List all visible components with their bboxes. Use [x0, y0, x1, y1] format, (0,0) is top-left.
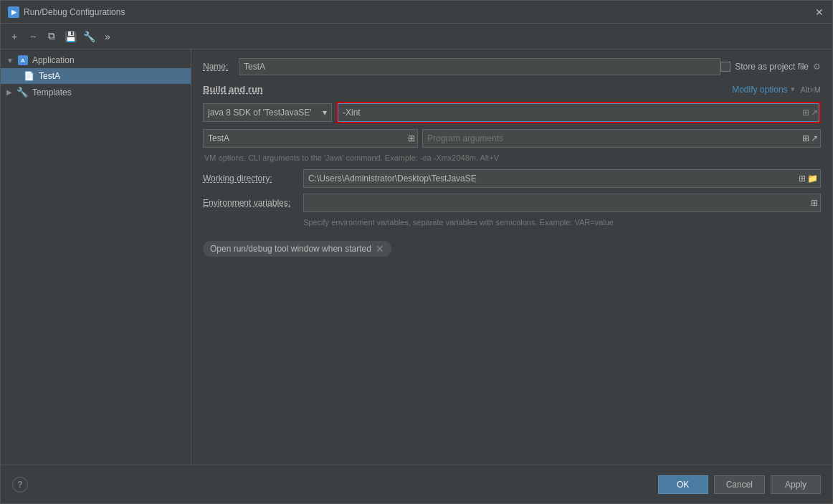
sidebar-application-label: Application [32, 55, 75, 65]
ok-button[interactable]: OK [658, 475, 708, 494]
tags-area: Open run/debug tool window when started … [203, 241, 821, 257]
settings-button[interactable]: 🔧 [81, 29, 97, 44]
env-vars-input[interactable] [303, 194, 821, 212]
env-vars-copy-icon[interactable]: ⊞ [811, 198, 818, 208]
sdk-vm-row: java 8 SDK of 'TestJavaSE' ▾ ⊞ ↗ [203, 102, 821, 123]
env-vars-wrapper: ⊞ [303, 194, 821, 212]
program-args-icons: ⊞ ↗ [802, 133, 818, 143]
working-directory-input[interactable] [303, 169, 821, 188]
name-row: Name: Store as project file ⚙ [203, 58, 821, 75]
tag-open-tool-window[interactable]: Open run/debug tool window when started … [203, 241, 391, 257]
apply-button[interactable]: Apply [771, 475, 821, 494]
name-label: Name: [203, 62, 239, 72]
modify-options-arrow: ▾ [791, 85, 795, 94]
sdk-select-label: java 8 SDK of 'TestJavaSE' [208, 108, 312, 118]
working-directory-row: Working directory: ⊞ 📁 [203, 169, 821, 188]
copy-config-button[interactable]: ⧉ [44, 29, 60, 44]
dialog-title: Run/Debug Configurations [24, 7, 125, 17]
sidebar-item-templates[interactable]: ▶ 🔧 Templates [1, 84, 191, 100]
working-dir-copy-icon[interactable]: ⊞ [799, 173, 806, 184]
sidebar-item-testa[interactable]: 📄 TestA [1, 68, 191, 84]
run-debug-dialog: ▶ Run/Debug Configurations ✕ + − ⧉ 💾 🔧 »… [0, 0, 833, 504]
main-class-icons: ⊞ [408, 133, 415, 143]
tag-close-icon[interactable]: ✕ [376, 244, 384, 254]
env-hint-text: Specify environment variables, separate … [203, 218, 821, 227]
working-directory-label: Working directory: [203, 173, 296, 184]
store-project-gear-icon[interactable]: ⚙ [813, 62, 821, 72]
build-run-title: Build and run [203, 84, 263, 95]
add-config-button[interactable]: + [6, 29, 22, 44]
templates-folder-icon: 🔧 [16, 87, 28, 98]
sidebar-testa-label: TestA [39, 71, 60, 81]
sidebar-item-application[interactable]: ▼ A Application [1, 52, 191, 68]
vm-options-icons: ⊞ ↗ [802, 108, 818, 118]
sdk-select[interactable]: java 8 SDK of 'TestJavaSE' ▾ [203, 103, 332, 122]
toolbar: + − ⧉ 💾 🔧 » [1, 24, 832, 49]
vm-options-expand-icon[interactable]: ⊞ [802, 108, 809, 118]
env-vars-label: Environment variables: [203, 198, 296, 208]
remove-config-button[interactable]: − [25, 29, 41, 44]
env-vars-icons: ⊞ [811, 198, 818, 208]
program-args-expand-icon[interactable]: ⊞ [802, 133, 809, 143]
program-args-wrapper: ⊞ ↗ [422, 129, 821, 148]
vm-hint-text: VM options. CLI arguments to the 'Java' … [203, 153, 821, 162]
program-args-input[interactable] [422, 129, 821, 148]
working-dir-icons: ⊞ 📁 [799, 173, 818, 184]
title-bar: ▶ Run/Debug Configurations ✕ [1, 1, 832, 24]
config-file-icon: 📄 [24, 71, 34, 81]
main-class-wrapper: ⊞ [203, 129, 418, 148]
close-button[interactable]: ✕ [814, 6, 825, 18]
store-project-checkbox[interactable] [720, 62, 730, 72]
bottom-left: ? [12, 477, 28, 493]
arrow-down-icon: ▼ [6, 57, 14, 65]
working-dir-folder-icon[interactable]: 📁 [807, 173, 818, 184]
build-run-header: Build and run Modify options ▾ Alt+M [203, 84, 821, 95]
modify-options-area: Modify options ▾ Alt+M [732, 85, 821, 95]
main-class-row: ⊞ ⊞ ↗ [203, 129, 821, 148]
bottom-right: OK Cancel Apply [658, 475, 821, 494]
tag-label: Open run/debug tool window when started [210, 244, 371, 254]
vm-options-resize-icon[interactable]: ↗ [811, 108, 818, 118]
arrow-right-icon: ▶ [6, 88, 12, 96]
help-button[interactable]: ? [12, 477, 28, 493]
env-vars-row: Environment variables: ⊞ [203, 194, 821, 212]
sdk-chevron-icon: ▾ [323, 108, 327, 118]
sidebar: ▼ A Application 📄 TestA ▶ 🔧 Templates [1, 49, 191, 465]
name-input[interactable] [239, 58, 720, 75]
modify-options-shortcut: Alt+M [801, 85, 821, 94]
vm-options-wrapper: ⊞ ↗ [336, 102, 821, 123]
more-button[interactable]: » [100, 29, 115, 44]
main-class-copy-icon[interactable]: ⊞ [408, 133, 415, 143]
working-directory-wrapper: ⊞ 📁 [303, 169, 821, 188]
store-project-label: Store as project file [735, 62, 809, 72]
save-config-button[interactable]: 💾 [62, 29, 78, 44]
program-args-resize-icon[interactable]: ↗ [811, 133, 818, 143]
application-icon: A [18, 55, 28, 65]
modify-options-link[interactable]: Modify options [732, 85, 787, 95]
dialog-icon: ▶ [8, 6, 19, 18]
store-project-area: Store as project file ⚙ [720, 62, 821, 72]
cancel-button[interactable]: Cancel [714, 475, 765, 494]
sidebar-templates-label: Templates [32, 87, 72, 98]
main-content: ▼ A Application 📄 TestA ▶ 🔧 Templates Na… [1, 49, 832, 465]
title-bar-left: ▶ Run/Debug Configurations [8, 6, 125, 18]
vm-options-input[interactable] [338, 103, 819, 122]
bottom-bar: ? OK Cancel Apply [1, 465, 832, 503]
right-panel: Name: Store as project file ⚙ Build and … [191, 49, 832, 465]
main-class-input[interactable] [203, 129, 418, 148]
